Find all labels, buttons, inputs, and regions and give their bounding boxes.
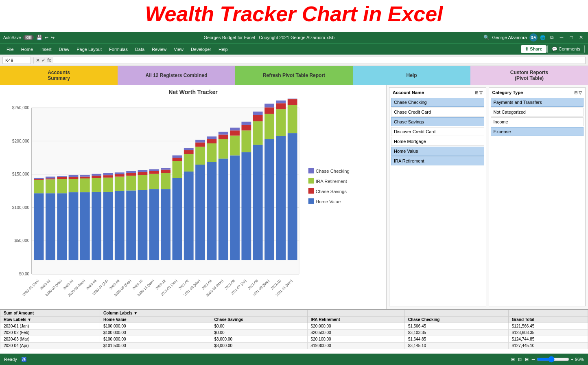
maximize-icon[interactable]: □	[568, 34, 575, 41]
table-row: 2020-02 (Feb) $100,000.00 $0.00 $20,500.…	[0, 330, 588, 336]
account-filter-item-savings[interactable]: Chase Savings	[391, 117, 484, 126]
cell-home-value: $101,500.00	[100, 343, 211, 349]
all-registers-button[interactable]: All 12 Registers Combined	[118, 66, 235, 85]
menu-developer[interactable]: Developer	[188, 46, 214, 53]
th-empty-3	[404, 310, 508, 317]
svg-rect-51	[149, 171, 159, 174]
menu-draw[interactable]: Draw	[56, 46, 73, 53]
insert-function-icon[interactable]: fx	[47, 57, 51, 63]
svg-rect-49	[149, 189, 159, 260]
svg-rect-65	[195, 165, 205, 260]
menu-view[interactable]: View	[170, 46, 187, 53]
close-icon[interactable]: ✕	[577, 34, 585, 41]
account-filter-item-discover[interactable]: Discover Credit Card	[391, 127, 484, 136]
menu-bar: File Home Insert Draw Page Layout Formul…	[0, 43, 588, 55]
svg-rect-81	[241, 152, 251, 260]
formula-input[interactable]	[53, 57, 586, 64]
zoom-out-icon[interactable]: ─	[532, 357, 535, 362]
svg-rect-17	[57, 193, 67, 260]
zoom-controls: ─ + 96%	[532, 356, 584, 363]
cell-checking: $1,566.45	[404, 323, 508, 330]
view-normal-icon[interactable]: ⊞	[511, 357, 515, 362]
category-filter-item-income[interactable]: Income	[491, 117, 584, 126]
svg-rect-126	[308, 168, 314, 174]
account-filter-item-ira[interactable]: IRA Retirement	[391, 156, 484, 165]
svg-rect-55	[161, 170, 170, 173]
restore-icon[interactable]: ⧉	[548, 34, 555, 41]
menu-formulas[interactable]: Formulas	[106, 46, 131, 53]
share-button[interactable]: ⬆ Share	[521, 45, 546, 53]
autosave-toggle[interactable]: Off	[23, 35, 34, 40]
cell-reference[interactable]	[2, 57, 31, 64]
zoom-slider[interactable]	[537, 356, 569, 363]
menu-home[interactable]: Home	[18, 46, 36, 53]
svg-text:2020-01 (Jan): 2020-01 (Jan)	[22, 279, 40, 297]
category-filter-select-icon[interactable]: ⊞	[574, 90, 577, 95]
svg-rect-91	[264, 108, 274, 114]
svg-rect-67	[195, 143, 205, 147]
custom-reports-button[interactable]: Custom Reports(Pivot Table)	[470, 66, 588, 85]
comments-button[interactable]: 💬 Comments	[547, 45, 585, 53]
category-filter-item-payments[interactable]: Payments and Transfers	[491, 98, 584, 107]
cell-chase-savings: $0.00	[211, 323, 307, 330]
undo-icon[interactable]: ↩	[45, 35, 48, 40]
category-filter-item-expense[interactable]: Expense	[491, 127, 584, 136]
menu-help[interactable]: Help	[215, 46, 231, 53]
svg-rect-22	[69, 179, 79, 192]
view-layout-icon[interactable]: ⊡	[518, 357, 522, 362]
save-icon[interactable]: 💾	[36, 35, 42, 40]
svg-rect-60	[173, 155, 182, 158]
svg-rect-83	[241, 125, 251, 131]
svg-rect-45	[138, 190, 148, 260]
account-filter-funnel-icon[interactable]: ▽	[479, 90, 483, 95]
svg-rect-87	[253, 115, 263, 121]
th-empty-4	[508, 310, 588, 317]
cell-total: $127,445.10	[508, 343, 588, 349]
menu-insert[interactable]: Insert	[37, 46, 55, 53]
search-icon[interactable]: 🔍	[483, 35, 490, 40]
zoom-in-icon[interactable]: +	[571, 357, 573, 362]
svg-rect-14	[46, 179, 55, 193]
cell-chase-savings: $3,000.00	[211, 343, 307, 349]
svg-rect-35	[103, 175, 113, 178]
th-row-labels: Row Labels ▼	[0, 317, 100, 323]
account-filter-item-credit-card[interactable]: Chase Credit Card	[391, 108, 484, 117]
menu-file[interactable]: File	[3, 46, 17, 53]
svg-rect-61	[184, 172, 194, 260]
account-filter-item-mortgage[interactable]: Home Mortgage	[391, 137, 484, 146]
refresh-pivot-button[interactable]: Refresh Pivot Table Report	[235, 66, 353, 85]
svg-rect-77	[230, 155, 240, 260]
account-filter-item-home-value[interactable]: Home Value	[391, 147, 484, 156]
help-button[interactable]: Help	[353, 66, 470, 85]
menu-page-layout[interactable]: Page Layout	[73, 46, 105, 53]
svg-rect-37	[115, 191, 125, 260]
svg-rect-28	[80, 175, 90, 177]
account-filter-select-icon[interactable]: ⊞	[475, 90, 478, 95]
view-page-break-icon[interactable]: ⊟	[525, 357, 529, 362]
svg-rect-95	[276, 103, 286, 109]
category-filter-funnel-icon[interactable]: ▽	[579, 90, 582, 95]
svg-rect-100	[288, 99, 297, 99]
menu-data[interactable]: Data	[132, 46, 148, 53]
svg-text:$50,000: $50,000	[14, 238, 29, 243]
category-filter-item-not-categorized[interactable]: Not Categorized	[491, 108, 584, 117]
svg-text:$100,000: $100,000	[12, 205, 30, 210]
bottom-table: Sum of Amount Column Labels ▼ Row Labels…	[0, 309, 588, 354]
accounts-summary-button[interactable]: AccountsSummary	[0, 66, 118, 85]
svg-rect-41	[126, 191, 136, 260]
account-filter-item-checking[interactable]: Chase Checking	[391, 98, 484, 107]
svg-rect-89	[264, 139, 274, 260]
svg-rect-27	[80, 177, 90, 179]
cancel-formula-icon[interactable]: ✕	[36, 57, 40, 63]
svg-rect-26	[80, 178, 90, 192]
svg-rect-34	[103, 178, 113, 192]
status-right: ⊞ ⊡ ⊟ ─ + 96%	[511, 356, 584, 363]
svg-rect-53	[161, 189, 170, 260]
menu-review[interactable]: Review	[149, 46, 170, 53]
confirm-formula-icon[interactable]: ✓	[42, 57, 46, 63]
svg-rect-42	[126, 176, 136, 190]
minimize-icon[interactable]: ─	[558, 34, 565, 41]
svg-rect-56	[161, 168, 170, 170]
redo-icon[interactable]: ↪	[51, 35, 55, 40]
account-name-filter: Account Name ⊞ ▽ Chase Checking Chase Cr…	[389, 87, 486, 306]
